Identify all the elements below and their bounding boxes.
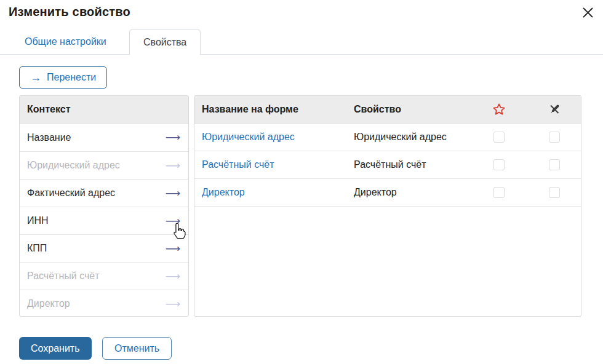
context-item-label: Название: [27, 132, 71, 143]
context-item-label: Расчётный счёт: [27, 271, 100, 282]
table-row: Директор Директор: [194, 179, 581, 207]
crossed-pencil-icon: [548, 103, 561, 116]
column-header-form-name: Название на форме: [194, 104, 354, 115]
context-item-label: Юридический адрес: [27, 160, 120, 171]
column-header-property: Свойство: [354, 104, 471, 115]
tab-properties[interactable]: Свойства: [129, 29, 201, 55]
property-value: Юридический адрес: [354, 132, 471, 143]
property-value: Директор: [354, 187, 471, 198]
properties-panel: Название на форме Свойство Юридический а…: [194, 95, 581, 317]
readonly-checkbox[interactable]: [549, 159, 560, 170]
property-value: Расчётный счёт: [354, 159, 471, 170]
context-item-fakticheskiy-adres[interactable]: Фактический адрес ⟶: [20, 179, 188, 207]
context-item-inn[interactable]: ИНН ⟶: [20, 207, 188, 234]
required-checkbox[interactable]: [493, 159, 505, 170]
context-item-direktor: Директор ⟶: [20, 290, 188, 317]
form-name-link[interactable]: Юридический адрес: [194, 132, 354, 143]
column-header-readonly: [527, 103, 581, 116]
context-item-label: Директор: [27, 298, 70, 309]
move-right-arrow-icon: ⟶: [166, 270, 180, 283]
column-header-required: [471, 103, 527, 116]
context-item-raschetny-schet: Расчётный счёт ⟶: [20, 262, 188, 290]
context-item-label: КПП: [27, 243, 47, 254]
star-icon: [492, 103, 506, 116]
form-name-link[interactable]: Расчётный счёт: [194, 159, 354, 170]
context-panel: Контекст Название ⟶ Юридический адрес ⟶ …: [19, 95, 189, 317]
move-right-arrow-icon[interactable]: ⟶: [166, 187, 180, 200]
context-item-label: Фактический адрес: [27, 188, 115, 199]
readonly-checkbox[interactable]: [549, 132, 560, 143]
close-button[interactable]: [579, 4, 596, 21]
form-name-link[interactable]: Директор: [194, 187, 354, 198]
move-right-arrow-icon: ⟶: [166, 298, 180, 311]
tab-general-settings[interactable]: Общие настройки: [25, 29, 106, 54]
context-item-yuridicheskiy-adres: Юридический адрес ⟶: [20, 151, 188, 179]
dialog-title: Изменить свойство: [9, 5, 130, 19]
move-right-arrow-icon: ⟶: [166, 159, 180, 172]
tab-bar: Общие настройки Свойства: [0, 29, 603, 55]
move-right-arrow-icon[interactable]: ⟶: [166, 215, 180, 228]
required-checkbox[interactable]: [493, 187, 505, 198]
move-right-arrow-icon[interactable]: ⟶: [166, 131, 180, 144]
save-button[interactable]: Сохранить: [19, 337, 92, 360]
context-item-kpp[interactable]: КПП ⟶: [20, 234, 188, 262]
required-checkbox[interactable]: [493, 132, 505, 143]
transfer-button[interactable]: → Перенести: [19, 66, 107, 89]
context-panel-header: Контекст: [20, 96, 188, 124]
context-item-label: ИНН: [27, 215, 49, 226]
context-item-nazvanie[interactable]: Название ⟶: [20, 124, 188, 151]
table-row: Расчётный счёт Расчётный счёт: [194, 151, 581, 179]
close-icon: [581, 6, 594, 19]
readonly-checkbox[interactable]: [549, 187, 560, 198]
transfer-button-label: Перенести: [47, 72, 96, 83]
move-right-arrow-icon[interactable]: ⟶: [166, 242, 180, 255]
arrow-right-icon: →: [30, 72, 41, 83]
table-row: Юридический адрес Юридический адрес: [194, 124, 581, 151]
properties-table-header: Название на форме Свойство: [194, 96, 581, 124]
cancel-button[interactable]: Отменить: [102, 337, 172, 360]
